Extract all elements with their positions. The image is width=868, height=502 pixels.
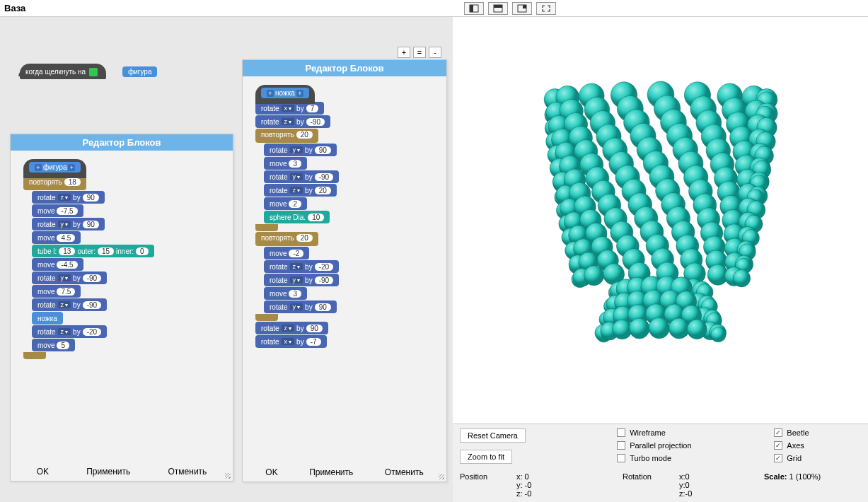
vase-render: [526, 72, 795, 369]
svg-point-185: [710, 327, 725, 342]
zoom-in-btn[interactable]: +: [398, 47, 410, 58]
axes-checkbox[interactable]: Axes: [774, 441, 861, 450]
wireframe-checkbox[interactable]: Wireframe: [617, 428, 774, 437]
layout-btn-3[interactable]: [512, 2, 532, 15]
pos-z: z: -0: [516, 489, 623, 498]
viewport-pane: Reset Camera Zoom to fit Wireframe Paral…: [453, 17, 868, 502]
topbar: Ваза: [0, 0, 868, 17]
svg-point-148: [584, 265, 603, 285]
pos-x: x: 0: [516, 472, 623, 481]
rotate-block[interactable]: rotate y by -90: [264, 170, 339, 183]
rotate-block[interactable]: rotate z by -90: [32, 298, 107, 311]
editor1-cancel-btn[interactable]: Отменить: [168, 467, 207, 477]
define-name-1: фигура: [43, 163, 66, 171]
svg-rect-1: [470, 5, 473, 12]
layout-btn-2[interactable]: [488, 2, 508, 15]
green-flag-icon: [89, 68, 98, 76]
event-hat-block[interactable]: когда щелкнуть на: [20, 64, 106, 79]
svg-rect-5: [523, 5, 526, 8]
svg-point-192: [669, 317, 689, 338]
rotate-block[interactable]: rotate y by -90: [32, 272, 107, 284]
grid-checkbox[interactable]: Grid: [774, 454, 861, 462]
editor1-header: Редактор Блоков: [11, 134, 233, 151]
move-block[interactable]: move 4.5: [32, 231, 81, 244]
rotate-block[interactable]: rotate z by 90: [255, 322, 328, 334]
svg-point-193: [687, 319, 707, 339]
rotate-block[interactable]: rotate z by -20: [264, 260, 339, 273]
call-block[interactable]: ножка: [32, 312, 63, 325]
editor1-apply-btn[interactable]: Применить: [86, 467, 130, 477]
move-block[interactable]: move 3: [264, 287, 307, 300]
zoom-reset-btn[interactable]: =: [413, 47, 426, 58]
editor2-ok-btn[interactable]: OK: [265, 467, 277, 477]
move-block[interactable]: move -4.5: [32, 258, 83, 271]
rotate-block[interactable]: rotate z by 90: [32, 191, 105, 204]
define-hat-2[interactable]: +ножка+: [255, 85, 315, 104]
editor2-header: Редактор Блоков: [243, 60, 446, 76]
svg-point-191: [649, 317, 669, 338]
svg-point-190: [629, 318, 649, 339]
move-block[interactable]: move -2: [264, 247, 309, 259]
repeat-count-1[interactable]: 18: [64, 178, 81, 186]
repeat-count-2a[interactable]: 20: [296, 131, 313, 139]
rot-y: y:0: [679, 481, 764, 489]
block-editor-2: Редактор Блоков +ножка+ rotate x by 7rot…: [242, 59, 447, 482]
tube-block[interactable]: tube l: 13 outer: 15 inner: 0: [32, 245, 154, 257]
define-hat-1[interactable]: +фигура+: [23, 159, 86, 178]
scale-readout: Scale: 1 (100%): [764, 472, 821, 498]
svg-point-145: [733, 269, 751, 287]
move-block[interactable]: move 3: [264, 157, 307, 170]
fullscreen-btn[interactable]: [536, 2, 556, 15]
reset-camera-btn[interactable]: Reset Camera: [460, 428, 526, 443]
rotation-label: Rotation: [623, 472, 679, 498]
svg-point-189: [612, 320, 632, 339]
layout-btn-1[interactable]: [464, 2, 484, 15]
move-block[interactable]: move 2: [264, 197, 307, 210]
beetle-checkbox[interactable]: Beetle: [774, 428, 861, 437]
editor2-apply-btn[interactable]: Применить: [309, 467, 353, 477]
editor2-cancel-btn[interactable]: Отменить: [385, 467, 424, 477]
zoom-to-fit-btn[interactable]: Zoom to fit: [460, 450, 512, 464]
layout-tools: [464, 2, 556, 15]
repeat-block-2b[interactable]: повторять 20: [255, 232, 318, 246]
rotate-block[interactable]: rotate z by 20: [264, 184, 337, 197]
repeat-cap-1: [23, 352, 46, 359]
parallel-checkbox[interactable]: Parallel projection: [617, 441, 774, 450]
resize-grip-2[interactable]: [436, 472, 445, 480]
rotate-block[interactable]: rotate y by 90: [264, 300, 337, 313]
rotate-block[interactable]: rotate z by -20: [32, 325, 107, 338]
zoom-out-btn[interactable]: -: [429, 47, 441, 58]
rotate-block[interactable]: rotate x by -7: [255, 335, 327, 348]
move-block[interactable]: move 7.5: [32, 285, 81, 298]
rotate-block[interactable]: rotate y by 90: [32, 218, 105, 230]
pos-y: y: -0: [516, 481, 623, 489]
rotate-block[interactable]: rotate y by 90: [264, 144, 337, 156]
repeat-count-2b[interactable]: 20: [296, 234, 313, 242]
viewport-controls: Reset Camera Zoom to fit Wireframe Paral…: [453, 424, 868, 502]
sphere-block[interactable]: sphere Dia. 10: [264, 211, 330, 223]
rotate-block[interactable]: rotate y by -90: [264, 274, 339, 286]
3d-viewport[interactable]: [453, 17, 868, 424]
rotate-block[interactable]: rotate z by -90: [255, 115, 330, 128]
turbo-checkbox[interactable]: Turbo mode: [617, 454, 774, 462]
position-label: Position: [460, 472, 516, 498]
page-title: Ваза: [4, 3, 443, 13]
move-block[interactable]: move 5: [32, 339, 75, 351]
editor1-ok-btn[interactable]: OK: [37, 467, 49, 477]
move-block[interactable]: move -7.5: [32, 204, 83, 217]
blocks-pane: + = - когда щелкнуть на фигура Редактор …: [0, 17, 453, 502]
rot-x: x:0: [679, 472, 764, 481]
figura-call-block[interactable]: фигура: [122, 66, 157, 77]
repeat-block-2a[interactable]: повторять 20: [255, 129, 318, 143]
svg-rect-3: [494, 5, 502, 8]
define-name-2: ножка: [275, 89, 295, 97]
hat-text: когда щелкнуть на: [25, 68, 86, 76]
repeat-block-1[interactable]: повторять 18: [23, 176, 86, 190]
resize-grip-1[interactable]: [223, 471, 231, 479]
rot-z: z:-0: [679, 489, 764, 498]
block-editor-1: Редактор Блоков +фигура+ повторять 18 ro…: [10, 134, 233, 481]
